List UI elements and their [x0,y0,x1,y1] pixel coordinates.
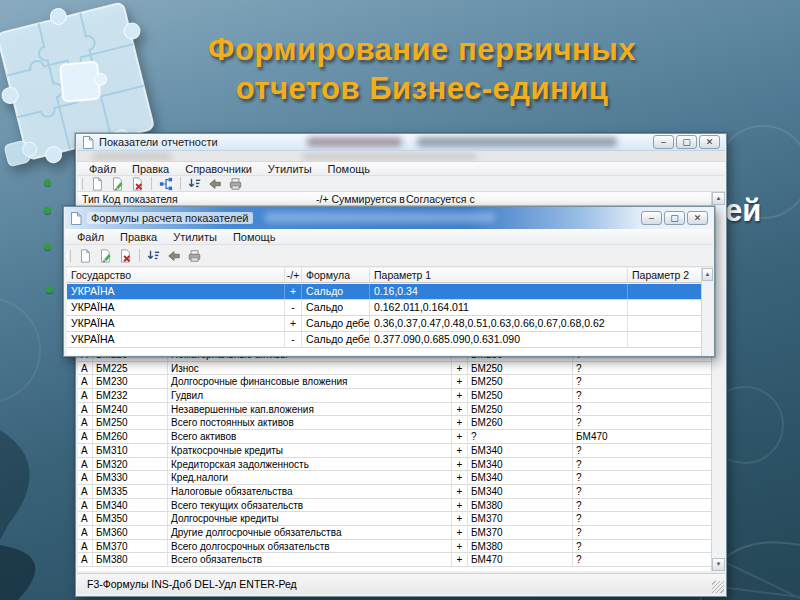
window1-title: Показатели отчетности [99,136,218,148]
scroll-down-icon[interactable]: ▼ [712,558,725,571]
window1-statusbar: F3-Формулы INS-Доб DEL-Удл ENTER-Ред [77,573,725,594]
window-indicators: Показатели отчетности – ▢ ✕ Файл Правка … [75,133,727,597]
menu-utilities[interactable]: Утилиты [260,163,320,175]
window-formulas: Формулы расчета показателей – ▢ ✕ Файл П… [63,206,715,357]
slide-title-line1: Формирование первичных [60,30,784,69]
table2-header-formula[interactable]: Формула [302,268,370,282]
window2-toolbar [65,245,713,267]
minimize-button[interactable]: – [653,135,674,149]
slide: Формирование первичных отчетов Бизнес-ед… [0,0,800,600]
new-doc-icon[interactable] [87,176,107,192]
status-text: F3-Формулы INS-Доб DEL-Удл ENTER-Ред [87,578,297,590]
table2: УКРАЇНА+Сальдо0.16,0.34 УКРАЇНА-Сальдо0.… [67,284,703,355]
list-bullet [44,243,51,250]
maximize-button[interactable]: ▢ [664,211,685,225]
table2-header-param2[interactable]: Параметр 2 [628,268,703,282]
delete-doc-icon[interactable] [127,176,147,192]
table2-header-sign[interactable]: -/+ [285,268,302,282]
redacted-blur [307,137,402,147]
maximize-button[interactable]: ▢ [676,135,697,149]
close-button[interactable]: ✕ [687,211,708,225]
list-bullet [44,179,51,186]
toolbar-separator [180,177,181,190]
minimize-button[interactable]: – [641,211,662,225]
table-row[interactable]: УКРАЇНА-Сальдо0.162.011,0.164.011 [67,300,703,316]
table1-header: Тип Код показателя -/+ Суммируется в Сог… [78,192,713,207]
table1-header-agree[interactable]: Согласуется с [406,193,475,205]
printer-icon[interactable] [225,176,245,192]
document-icon [82,136,94,149]
hierarchy-icon[interactable] [156,176,176,192]
redacted-blur [417,137,617,147]
slide-title: Формирование первичных отчетов Бизнес-ед… [60,30,784,108]
table-row[interactable]: АБМ250Всего постоянных активов+БМ260? [78,416,713,430]
menu-help[interactable]: Помощь [225,231,284,243]
menu-file[interactable]: Файл [81,163,124,175]
table-row[interactable]: АБМ330Кред.налоги+БМ340? [78,471,713,485]
toolbar-grip [79,178,83,190]
scroll-up-icon[interactable]: ▲ [702,268,713,281]
table-row[interactable]: АБМ350Долгосрочные кредиты+БМ370? [78,512,713,526]
list-bullet [44,207,51,214]
table-row[interactable]: АБМ230Долгосрочные финансовые вложения+Б… [78,375,713,389]
edit-doc-icon[interactable] [107,176,127,192]
table-row[interactable]: АБМ320Кредиторская задолженность+БМ340? [78,458,713,472]
menu-file[interactable]: Файл [69,231,112,243]
back-arrow-icon[interactable] [205,176,225,192]
back-arrow-icon[interactable] [164,248,184,264]
scroll-up-icon[interactable]: ▲ [712,192,725,205]
table2-header-param1[interactable]: Параметр 1 [370,268,628,282]
new-doc-icon[interactable] [75,248,95,264]
table-row[interactable]: АБМ380Всего обязательств+БМ470? [78,553,713,567]
table-row[interactable]: АБМ232Гудвил+БМ250? [78,389,713,403]
redacted-blur [302,153,477,160]
edit-doc-icon[interactable] [95,248,115,264]
redacted-blur [265,212,495,223]
table-row[interactable]: АБМ260Всего активов+?БМ470 [78,430,713,444]
list-bullet [46,286,53,293]
table-row-selected[interactable]: УКРАЇНА+Сальдо0.16,0.34 [67,284,703,300]
printer-icon[interactable] [184,248,204,264]
table2-header: Государство -/+ Формула Параметр 1 Парам… [67,268,703,283]
table2-header-country[interactable]: Государство [67,268,285,282]
table1-header-sum[interactable]: -/+ Суммируется в [316,193,405,205]
slide-title-line2: отчетов Бизнес-единиц [60,69,784,108]
menu-edit[interactable]: Правка [124,163,177,175]
resize-grip[interactable] [712,581,724,593]
table-row[interactable]: АБМ335Налоговые обязательства+БМ340? [78,485,713,499]
toolbar-separator [151,177,152,190]
sort-icon[interactable] [144,248,164,264]
window2-titlebar[interactable]: Формулы расчета показателей – ▢ ✕ [65,207,713,229]
table1: АБМ220Нематериальные активы+БМ250? АБМ22… [78,353,713,571]
table-row[interactable]: АБМ370Всего долгосрочных обязательств+БМ… [78,540,713,554]
table-row[interactable]: АБМ360Другие долгосрочные обязательства+… [78,526,713,540]
redacted-blur [92,153,172,160]
covered-text-fragment: ей [725,193,761,229]
table-row[interactable]: УКРАЇНА-Сальдо дебет0.377.090,0.685.090,… [67,332,703,348]
window1-toolbar [77,176,725,192]
window2-title: Формулы расчета показателей [87,212,253,224]
menu-dictionaries[interactable]: Справочники [177,163,260,175]
toolbar-grip [67,250,71,262]
window1-titlebar[interactable]: Показатели отчетности – ▢ ✕ [77,134,725,151]
close-button[interactable]: ✕ [699,135,720,149]
table1-header-type-code[interactable]: Тип Код показателя [82,193,178,205]
document-icon [70,212,82,225]
table-row[interactable]: АБМ340Всего текущих обязательств+БМ380? [78,499,713,513]
toolbar-separator [139,249,140,262]
menu-utilities[interactable]: Утилиты [165,231,225,243]
table-row[interactable]: АБМ240Незавершенные кап.вложения+БМ250? [78,403,713,417]
menu-edit[interactable]: Правка [112,231,165,243]
table-row[interactable]: АБМ310Краткосрочные кредиты+БМ340? [78,444,713,458]
table-row[interactable]: УКРАЇНА+Сальдо дебет0.36,0.37,0.47,0.48,… [67,316,703,332]
menu-help[interactable]: Помощь [320,163,379,175]
table2-scrollbar[interactable]: ▲ [701,268,713,356]
redacted-strip [77,151,725,162]
delete-doc-icon[interactable] [115,248,135,264]
table-row[interactable]: АБМ225Износ+БМ250? [78,362,713,376]
window2-menubar: Файл Правка Утилиты Помощь [65,229,713,245]
window1-menubar: Файл Правка Справочники Утилиты Помощь [77,162,725,176]
sort-icon[interactable] [185,176,205,192]
